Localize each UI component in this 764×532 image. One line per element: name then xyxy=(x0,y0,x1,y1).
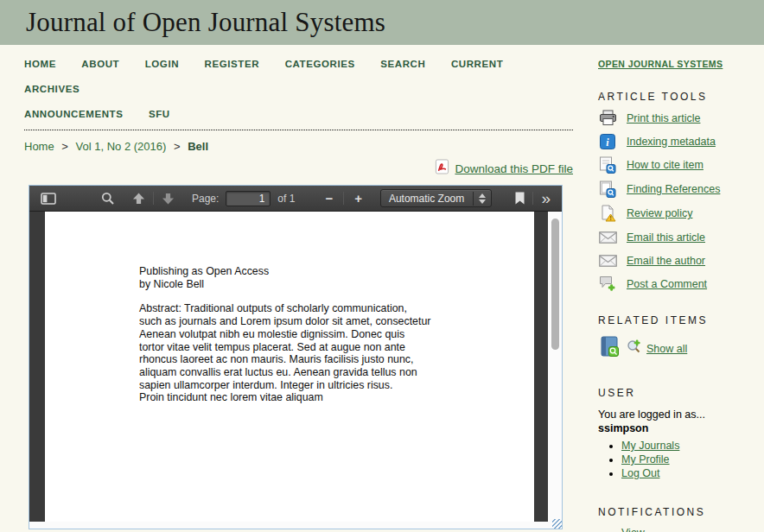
nav-item-current[interactable]: CURRENT xyxy=(451,59,503,69)
indexing-metadata-link[interactable]: Indexing metadata xyxy=(627,136,716,148)
search-icon xyxy=(101,192,115,206)
pdf-file-icon xyxy=(435,159,449,178)
resize-handle-icon[interactable] xyxy=(552,519,562,529)
article-tool-email-author: Email the author xyxy=(598,252,764,269)
bookmark-icon xyxy=(515,192,525,205)
toolbar-divider xyxy=(153,192,154,205)
nav-item-announcements[interactable]: ANNOUNCEMENTS xyxy=(24,109,124,119)
pdf-article-title: Publishing as Open Access by Nicole Bell xyxy=(139,265,517,290)
page-down-button[interactable] xyxy=(158,191,178,206)
how-to-cite-link[interactable]: How to cite item xyxy=(627,159,704,171)
page-up-button[interactable] xyxy=(129,191,149,206)
article-tool-email-article: Email this article xyxy=(598,229,764,245)
nav-item-search[interactable]: SEARCH xyxy=(380,59,425,69)
nav-item-sfu[interactable]: SFU xyxy=(149,109,170,119)
notifications-links-list: View Manage xyxy=(621,527,764,532)
article-tool-print: Print this article xyxy=(598,110,764,126)
nav-item-register[interactable]: REGISTER xyxy=(205,59,260,69)
arrow-up-icon xyxy=(132,193,145,205)
search-plus-icon xyxy=(627,339,641,358)
article-tool-indexing: i Indexing metadata xyxy=(598,133,764,149)
pdf-vertical-scrollbar[interactable] xyxy=(548,212,562,522)
list-item: View xyxy=(621,527,764,532)
printer-icon xyxy=(598,110,617,126)
sidebar: OPEN JOURNAL SYSTEMS ARTICLE TOOLS Print… xyxy=(573,45,764,532)
logged-in-text: You are logged in as... xyxy=(598,408,764,421)
breadcrumb: Home > Vol 1, No 2 (2016) > Bell xyxy=(24,140,573,153)
email-icon xyxy=(598,255,617,267)
breadcrumb-issue-link[interactable]: Vol 1, No 2 (2016) xyxy=(76,140,167,153)
user-heading: USER xyxy=(598,387,764,399)
zoom-select-value: Automatic Zoom xyxy=(389,193,473,205)
main-content: HOME ABOUT LOGIN REGISTER CATEGORIES SEA… xyxy=(0,45,573,532)
download-pdf-link[interactable]: Download this PDF file xyxy=(455,162,573,175)
sidebar-toggle-icon xyxy=(41,193,56,205)
journal-title: Journal of Open Journal Systems xyxy=(26,7,385,38)
search-button[interactable] xyxy=(98,190,118,207)
email-author-link[interactable]: Email the author xyxy=(627,255,705,267)
toolbar-divider xyxy=(343,192,344,205)
pdf-horizontal-scrollbar[interactable] xyxy=(29,522,562,529)
nav-item-about[interactable]: ABOUT xyxy=(81,59,119,69)
page-count-label: of 1 xyxy=(277,193,295,205)
notifications-view-link[interactable]: View xyxy=(621,527,645,532)
article-tool-cite: How to cite item xyxy=(598,156,764,174)
email-article-link[interactable]: Email this article xyxy=(627,231,705,244)
sidebar-toggle-button[interactable] xyxy=(37,191,60,206)
email-icon xyxy=(598,231,617,244)
review-policy-link[interactable]: Review policy xyxy=(627,207,692,219)
breadcrumb-separator: > xyxy=(174,140,181,153)
nav-divider xyxy=(24,130,573,130)
pdf-canvas-area: Publishing as Open Access by Nicole Bell… xyxy=(29,212,548,522)
svg-text:!: ! xyxy=(609,215,611,221)
list-item: Log Out xyxy=(621,467,764,480)
show-all-link[interactable]: Show all xyxy=(646,343,687,355)
ojs-home-link[interactable]: OPEN JOURNAL SYSTEMS xyxy=(598,59,723,69)
toolbar-divider xyxy=(532,192,533,205)
log-out-link[interactable]: Log Out xyxy=(621,467,659,479)
notifications-heading: NOTIFICATIONS xyxy=(598,506,764,518)
pdf-toolbar: Page: of 1 − + Automatic Zoom » xyxy=(29,186,562,212)
print-article-link[interactable]: Print this article xyxy=(627,112,700,124)
select-spinner-icon xyxy=(473,192,491,206)
page-number-input[interactable] xyxy=(226,191,271,206)
references-icon xyxy=(598,180,617,198)
article-tool-post-comment: Post a Comment xyxy=(598,276,764,292)
nav-item-login[interactable]: LOGIN xyxy=(145,59,179,69)
list-item: My Profile xyxy=(621,453,764,466)
list-item: My Journals xyxy=(621,440,764,453)
my-profile-link[interactable]: My Profile xyxy=(621,453,670,466)
my-journals-link[interactable]: My Journals xyxy=(621,440,679,452)
finding-references-link[interactable]: Finding References xyxy=(627,183,720,195)
breadcrumb-home-link[interactable]: Home xyxy=(24,140,54,153)
nav-item-categories[interactable]: CATEGORIES xyxy=(285,59,355,69)
article-tool-references: Finding References xyxy=(598,180,764,198)
user-links-list: My Journals My Profile Log Out xyxy=(621,440,764,480)
main-nav: HOME ABOUT LOGIN REGISTER CATEGORIES SEA… xyxy=(24,45,573,130)
journal-header: Journal of Open Journal Systems xyxy=(0,0,764,45)
post-comment-link[interactable]: Post a Comment xyxy=(627,278,707,290)
zoom-in-button[interactable]: + xyxy=(348,191,368,206)
page-label: Page: xyxy=(192,193,219,205)
comment-icon xyxy=(598,276,617,292)
book-icon xyxy=(598,335,621,362)
bookmark-button[interactable] xyxy=(512,190,528,206)
related-items-row: Show all xyxy=(598,335,764,362)
more-tools-button[interactable]: » xyxy=(538,190,554,206)
pdf-viewer: Page: of 1 − + Automatic Zoom » xyxy=(29,185,563,529)
scrollbar-thumb[interactable] xyxy=(551,218,559,350)
cite-icon xyxy=(598,156,617,174)
article-tool-review-policy: ! Review policy xyxy=(598,205,764,222)
nav-item-archives[interactable]: ARCHIVES xyxy=(24,84,80,94)
breadcrumb-current-page: Bell xyxy=(188,140,208,153)
zoom-out-button[interactable]: − xyxy=(319,191,339,206)
arrow-down-icon xyxy=(162,193,175,205)
username: ssimpson xyxy=(598,422,764,434)
breadcrumb-separator: > xyxy=(61,140,68,153)
zoom-select[interactable]: Automatic Zoom xyxy=(380,189,492,207)
nav-item-home[interactable]: HOME xyxy=(24,59,56,69)
pdf-article-abstract: Abstract: Traditional outputs of scholar… xyxy=(139,302,517,404)
review-policy-icon: ! xyxy=(598,205,617,222)
related-items-heading: RELATED ITEMS xyxy=(598,314,764,326)
pdf-page: Publishing as Open Access by Nicole Bell… xyxy=(45,212,534,522)
